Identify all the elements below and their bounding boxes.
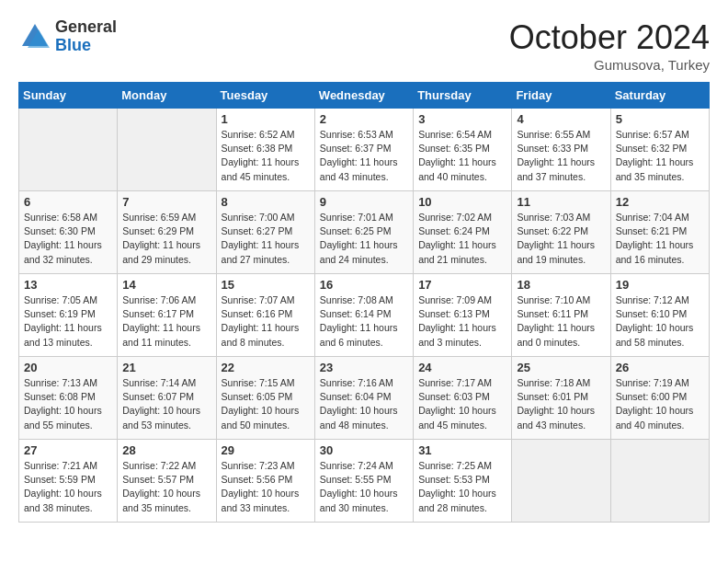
day-number: 28 <box>122 443 210 457</box>
day-number: 11 <box>517 195 605 209</box>
logo: General Blue <box>18 18 117 55</box>
day-number: 17 <box>418 278 506 292</box>
day-number: 21 <box>122 361 210 374</box>
calendar-cell: 15Sunrise: 7:07 AM Sunset: 6:16 PM Dayli… <box>216 274 314 357</box>
day-info: Sunrise: 7:03 AM Sunset: 6:22 PM Dayligh… <box>517 211 605 267</box>
day-info: Sunrise: 6:55 AM Sunset: 6:33 PM Dayligh… <box>517 128 605 184</box>
day-number: 22 <box>222 361 310 374</box>
day-number: 4 <box>517 112 605 126</box>
calendar-cell: 28Sunrise: 7:22 AM Sunset: 5:57 PM Dayli… <box>118 440 216 523</box>
day-info: Sunrise: 7:10 AM Sunset: 6:11 PM Dayligh… <box>517 293 605 350</box>
week-row-4: 20Sunrise: 7:13 AM Sunset: 6:08 PM Dayli… <box>19 357 710 440</box>
calendar-cell: 23Sunrise: 7:16 AM Sunset: 6:04 PM Dayli… <box>314 357 413 440</box>
week-row-5: 27Sunrise: 7:21 AM Sunset: 5:59 PM Dayli… <box>19 440 710 523</box>
calendar-cell: 31Sunrise: 7:25 AM Sunset: 5:53 PM Dayli… <box>414 440 512 523</box>
day-number: 6 <box>24 195 112 209</box>
calendar-cell: 29Sunrise: 7:23 AM Sunset: 5:56 PM Dayli… <box>216 440 314 523</box>
calendar-cell: 8Sunrise: 7:00 AM Sunset: 6:27 PM Daylig… <box>216 191 314 274</box>
day-number: 12 <box>616 195 704 209</box>
calendar-cell: 26Sunrise: 7:19 AM Sunset: 6:00 PM Dayli… <box>610 357 709 440</box>
calendar-cell: 16Sunrise: 7:08 AM Sunset: 6:14 PM Dayli… <box>314 274 413 357</box>
calendar-cell: 11Sunrise: 7:03 AM Sunset: 6:22 PM Dayli… <box>512 191 610 274</box>
calendar-cell: 3Sunrise: 6:54 AM Sunset: 6:35 PM Daylig… <box>414 109 512 191</box>
day-header-monday: Monday <box>118 83 216 109</box>
day-info: Sunrise: 6:57 AM Sunset: 6:32 PM Dayligh… <box>616 128 704 184</box>
calendar-cell: 9Sunrise: 7:01 AM Sunset: 6:25 PM Daylig… <box>314 191 413 274</box>
day-number: 16 <box>320 278 408 292</box>
week-row-2: 6Sunrise: 6:58 AM Sunset: 6:30 PM Daylig… <box>19 191 710 274</box>
day-number: 1 <box>222 112 310 126</box>
calendar-cell <box>512 440 610 523</box>
day-number: 9 <box>320 195 408 209</box>
day-info: Sunrise: 7:13 AM Sunset: 6:08 PM Dayligh… <box>24 376 112 432</box>
day-info: Sunrise: 7:25 AM Sunset: 5:53 PM Dayligh… <box>418 459 506 515</box>
calendar-cell <box>19 109 118 191</box>
day-number: 29 <box>222 443 310 457</box>
page-header: General Blue October 2024 Gumusova, Turk… <box>18 18 710 73</box>
day-number: 31 <box>418 443 506 457</box>
calendar-cell: 12Sunrise: 7:04 AM Sunset: 6:21 PM Dayli… <box>610 191 709 274</box>
day-number: 30 <box>320 443 408 457</box>
day-info: Sunrise: 7:19 AM Sunset: 6:00 PM Dayligh… <box>616 376 704 432</box>
calendar-cell: 1Sunrise: 6:52 AM Sunset: 6:38 PM Daylig… <box>216 109 314 191</box>
day-info: Sunrise: 7:21 AM Sunset: 5:59 PM Dayligh… <box>24 459 112 515</box>
day-info: Sunrise: 6:54 AM Sunset: 6:35 PM Dayligh… <box>418 128 506 184</box>
day-info: Sunrise: 6:52 AM Sunset: 6:38 PM Dayligh… <box>222 128 310 184</box>
day-number: 27 <box>24 443 112 457</box>
day-info: Sunrise: 7:16 AM Sunset: 6:04 PM Dayligh… <box>320 376 408 432</box>
day-header-saturday: Saturday <box>610 83 709 109</box>
calendar-cell: 14Sunrise: 7:06 AM Sunset: 6:17 PM Dayli… <box>118 274 216 357</box>
day-number: 25 <box>517 361 605 374</box>
day-info: Sunrise: 7:24 AM Sunset: 5:55 PM Dayligh… <box>320 459 408 515</box>
day-info: Sunrise: 7:06 AM Sunset: 6:17 PM Dayligh… <box>122 293 210 350</box>
day-info: Sunrise: 6:53 AM Sunset: 6:37 PM Dayligh… <box>320 128 408 184</box>
month-title: October 2024 <box>509 18 710 57</box>
day-info: Sunrise: 7:05 AM Sunset: 6:19 PM Dayligh… <box>24 293 112 350</box>
day-number: 20 <box>24 361 112 374</box>
day-info: Sunrise: 7:14 AM Sunset: 6:07 PM Dayligh… <box>122 376 210 432</box>
calendar-cell: 7Sunrise: 6:59 AM Sunset: 6:29 PM Daylig… <box>118 191 216 274</box>
day-number: 24 <box>418 361 506 374</box>
day-number: 10 <box>418 195 506 209</box>
day-info: Sunrise: 7:01 AM Sunset: 6:25 PM Dayligh… <box>320 211 408 267</box>
day-info: Sunrise: 6:58 AM Sunset: 6:30 PM Dayligh… <box>24 211 112 267</box>
calendar-cell: 17Sunrise: 7:09 AM Sunset: 6:13 PM Dayli… <box>414 274 512 357</box>
location-subtitle: Gumusova, Turkey <box>509 57 710 73</box>
calendar-cell: 13Sunrise: 7:05 AM Sunset: 6:19 PM Dayli… <box>19 274 118 357</box>
day-info: Sunrise: 7:09 AM Sunset: 6:13 PM Dayligh… <box>418 293 506 350</box>
calendar-cell: 30Sunrise: 7:24 AM Sunset: 5:55 PM Dayli… <box>314 440 413 523</box>
title-block: October 2024 Gumusova, Turkey <box>509 18 710 73</box>
week-row-1: 1Sunrise: 6:52 AM Sunset: 6:38 PM Daylig… <box>19 109 710 191</box>
calendar-cell: 20Sunrise: 7:13 AM Sunset: 6:08 PM Dayli… <box>19 357 118 440</box>
calendar-cell <box>610 440 709 523</box>
calendar-cell: 18Sunrise: 7:10 AM Sunset: 6:11 PM Dayli… <box>512 274 610 357</box>
calendar-cell: 22Sunrise: 7:15 AM Sunset: 6:05 PM Dayli… <box>216 357 314 440</box>
day-number: 23 <box>320 361 408 374</box>
day-number: 26 <box>616 361 704 374</box>
day-number: 13 <box>24 278 112 292</box>
calendar-cell: 6Sunrise: 6:58 AM Sunset: 6:30 PM Daylig… <box>19 191 118 274</box>
day-number: 19 <box>616 278 704 292</box>
logo-blue: Blue <box>55 37 117 55</box>
calendar-cell: 10Sunrise: 7:02 AM Sunset: 6:24 PM Dayli… <box>414 191 512 274</box>
calendar-cell: 2Sunrise: 6:53 AM Sunset: 6:37 PM Daylig… <box>314 109 413 191</box>
calendar-cell: 5Sunrise: 6:57 AM Sunset: 6:32 PM Daylig… <box>610 109 709 191</box>
day-info: Sunrise: 7:18 AM Sunset: 6:01 PM Dayligh… <box>517 376 605 432</box>
day-header-tuesday: Tuesday <box>216 83 314 109</box>
day-info: Sunrise: 7:17 AM Sunset: 6:03 PM Dayligh… <box>418 376 506 432</box>
day-number: 15 <box>222 278 310 292</box>
day-info: Sunrise: 7:00 AM Sunset: 6:27 PM Dayligh… <box>222 211 310 267</box>
week-row-3: 13Sunrise: 7:05 AM Sunset: 6:19 PM Dayli… <box>19 274 710 357</box>
day-info: Sunrise: 6:59 AM Sunset: 6:29 PM Dayligh… <box>122 211 210 267</box>
day-header-wednesday: Wednesday <box>314 83 413 109</box>
day-number: 3 <box>418 112 506 126</box>
day-number: 8 <box>222 195 310 209</box>
day-info: Sunrise: 7:12 AM Sunset: 6:10 PM Dayligh… <box>616 293 704 350</box>
calendar-cell: 24Sunrise: 7:17 AM Sunset: 6:03 PM Dayli… <box>414 357 512 440</box>
day-info: Sunrise: 7:07 AM Sunset: 6:16 PM Dayligh… <box>222 293 310 350</box>
calendar-cell <box>118 109 216 191</box>
logo-general: General <box>55 18 117 37</box>
day-info: Sunrise: 7:15 AM Sunset: 6:05 PM Dayligh… <box>222 376 310 432</box>
day-number: 14 <box>122 278 210 292</box>
day-info: Sunrise: 7:22 AM Sunset: 5:57 PM Dayligh… <box>122 459 210 515</box>
